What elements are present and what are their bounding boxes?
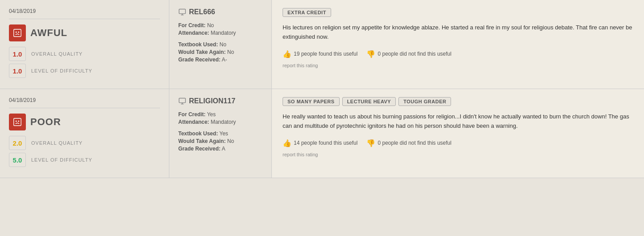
review-date: 04/18/2019 xyxy=(9,97,160,103)
left-panel: 04/18/2019 AWFUL1.0OVERALL QUALITY1.0LEV… xyxy=(0,0,169,89)
meta-row: Attendance: Mandatory xyxy=(178,119,263,125)
meta-row: Textbook Used: Yes xyxy=(178,130,263,137)
meta-row: For Credit: Yes xyxy=(178,111,263,118)
face-icon xyxy=(9,24,26,41)
review-block: 04/18/2019 AWFUL1.0OVERALL QUALITY1.0LEV… xyxy=(0,0,644,89)
review-block: 04/18/2019 POOR2.0OVERALL QUALITY5.0LEVE… xyxy=(0,89,644,178)
review-text: He really wanted to teach us about his b… xyxy=(283,112,633,131)
thumbs-up-icon: 👍 xyxy=(283,50,291,58)
left-panel: 04/18/2019 POOR2.0OVERALL QUALITY5.0LEVE… xyxy=(0,89,169,178)
meta-row: For Credit: No xyxy=(178,22,263,28)
review-text: His lectures on religion set my appetite… xyxy=(283,23,633,42)
thumbs-down-item[interactable]: 👎 0 people did not find this useful xyxy=(366,139,451,147)
overall-quality-label: OVERALL QUALITY xyxy=(31,51,82,57)
svg-rect-9 xyxy=(179,98,186,102)
thumbs-up-count: 19 people found this useful xyxy=(294,51,357,57)
svg-point-8 xyxy=(18,121,19,122)
quality-title: POOR xyxy=(30,116,61,128)
quality-title: AWFUL xyxy=(30,27,67,39)
meta-row: Grade Received: A- xyxy=(178,57,263,63)
tags-container: SO MANY PAPERSLECTURE HEAVYTOUGH GRADER xyxy=(283,97,633,106)
svg-rect-3 xyxy=(179,9,186,13)
difficulty-label: LEVEL OF DIFFICULTY xyxy=(31,68,92,73)
thumbs-up-count: 14 people found this useful xyxy=(294,140,357,146)
right-panel: SO MANY PAPERSLECTURE HEAVYTOUGH GRADERH… xyxy=(272,89,644,178)
quality-label-row: POOR xyxy=(9,114,160,130)
thumbs-up-item[interactable]: 👍 14 people found this useful xyxy=(283,139,357,147)
helpful-row: 👍 14 people found this useful👎 0 people … xyxy=(283,139,633,147)
thumbs-down-icon: 👎 xyxy=(366,50,375,58)
report-link[interactable]: report this rating xyxy=(283,63,318,68)
tag: LECTURE HEAVY xyxy=(342,97,396,106)
thumbs-down-icon: 👎 xyxy=(366,139,375,147)
difficulty-row: 5.0LEVEL OF DIFFICULTY xyxy=(9,153,160,167)
overall-quality-score: 2.0 xyxy=(9,136,26,150)
course-name: REL666 xyxy=(178,8,263,16)
meta-row: Textbook Used: No xyxy=(178,41,263,48)
thumbs-down-count: 0 people did not find this useful xyxy=(377,140,451,146)
helpful-row: 👍 19 people found this useful👎 0 people … xyxy=(283,50,633,58)
meta-row: Grade Received: A xyxy=(178,146,263,152)
meta-row: Would Take Again: No xyxy=(178,138,263,144)
meta-row: Would Take Again: No xyxy=(178,49,263,55)
tags-container: EXTRA CREDIT xyxy=(283,8,633,17)
tag: TOUGH GRADER xyxy=(398,97,451,106)
middle-panel: REL666For Credit: NoAttendance: Mandator… xyxy=(169,0,272,89)
svg-point-1 xyxy=(16,32,17,33)
overall-quality-label: OVERALL QUALITY xyxy=(31,140,82,146)
svg-point-2 xyxy=(18,32,19,33)
tag: EXTRA CREDIT xyxy=(283,8,331,17)
face-icon xyxy=(9,114,26,130)
thumbs-up-item[interactable]: 👍 19 people found this useful xyxy=(283,50,357,58)
course-name: RELIGION117 xyxy=(178,97,263,105)
svg-rect-6 xyxy=(14,118,21,126)
middle-panel: RELIGION117For Credit: YesAttendance: Ma… xyxy=(169,89,272,178)
difficulty-label: LEVEL OF DIFFICULTY xyxy=(31,157,92,163)
difficulty-score: 1.0 xyxy=(9,64,26,78)
meta-row: Attendance: Mandatory xyxy=(178,30,263,36)
overall-quality-row: 2.0OVERALL QUALITY xyxy=(9,136,160,150)
report-link[interactable]: report this rating xyxy=(283,152,318,157)
overall-quality-score: 1.0 xyxy=(9,47,26,61)
thumbs-down-count: 0 people did not find this useful xyxy=(377,51,451,57)
review-date: 04/18/2019 xyxy=(9,8,160,14)
right-panel: EXTRA CREDITHis lectures on religion set… xyxy=(272,0,644,89)
thumbs-down-item[interactable]: 👎 0 people did not find this useful xyxy=(366,50,451,58)
quality-label-row: AWFUL xyxy=(9,24,160,41)
svg-rect-0 xyxy=(14,29,21,37)
thumbs-up-icon: 👍 xyxy=(283,139,291,147)
difficulty-row: 1.0LEVEL OF DIFFICULTY xyxy=(9,64,160,78)
overall-quality-row: 1.0OVERALL QUALITY xyxy=(9,47,160,61)
difficulty-score: 5.0 xyxy=(9,153,26,167)
tag: SO MANY PAPERS xyxy=(283,97,340,106)
svg-point-7 xyxy=(16,121,17,122)
